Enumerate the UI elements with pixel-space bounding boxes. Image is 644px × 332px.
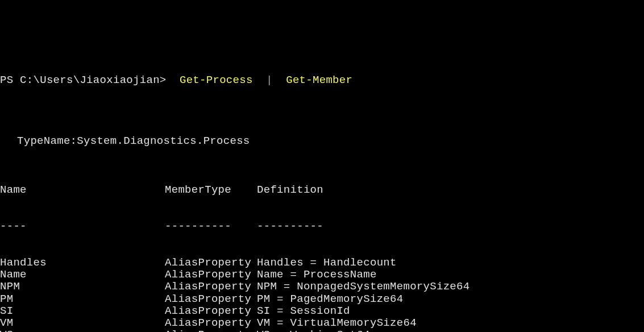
- member-definition: Name = ProcessName: [257, 269, 377, 281]
- divider-row: ------------------------: [0, 221, 644, 233]
- divider-membertype: ----------: [165, 221, 257, 233]
- header-definition: Definition: [257, 184, 323, 196]
- divider-name: ----: [0, 221, 165, 233]
- terminal-output[interactable]: PS C:\Users\Jiaoxiaojian> Get-Process | …: [0, 48, 644, 332]
- prompt-prefix: PS C:\Users\Jiaoxiaojian>: [0, 74, 173, 86]
- member-type: AliasProperty: [165, 293, 257, 305]
- member-name: Name: [0, 269, 165, 281]
- member-row: WSAliasPropertyWS = WorkingSet64: [0, 329, 644, 332]
- command-get-process: Get-Process: [173, 74, 259, 86]
- member-name: SI: [0, 305, 165, 317]
- member-name: WS: [0, 329, 165, 332]
- command-get-member: Get-Member: [279, 74, 352, 86]
- member-rows: HandlesAliasPropertyHandles = Handlecoun…: [0, 257, 644, 332]
- member-type: AliasProperty: [165, 281, 257, 293]
- member-type: AliasProperty: [165, 329, 257, 332]
- header-name: Name: [0, 184, 165, 196]
- member-type: AliasProperty: [165, 269, 257, 281]
- member-type: AliasProperty: [165, 317, 257, 329]
- member-row: HandlesAliasPropertyHandles = Handlecoun…: [0, 257, 644, 269]
- member-row: NameAliasPropertyName = ProcessName: [0, 269, 644, 281]
- member-name: Handles: [0, 257, 165, 269]
- member-definition: Handles = Handlecount: [257, 257, 397, 269]
- member-row: PMAliasPropertyPM = PagedMemorySize64: [0, 293, 644, 305]
- member-definition: VM = VirtualMemorySize64: [257, 317, 417, 329]
- member-definition: WS = WorkingSet64: [257, 329, 370, 332]
- member-definition: NPM = NonpagedSystemMemorySize64: [257, 281, 470, 293]
- member-row: VMAliasPropertyVM = VirtualMemorySize64: [0, 317, 644, 329]
- divider-definition: ----------: [257, 221, 323, 233]
- member-name: VM: [0, 317, 165, 329]
- member-row: SIAliasPropertySI = SessionId: [0, 305, 644, 317]
- member-row: NPMAliasPropertyNPM = NonpagedSystemMemo…: [0, 281, 644, 293]
- member-definition: PM = PagedMemorySize64: [257, 293, 403, 305]
- typename-line: TypeName:System.Diagnostics.Process: [0, 135, 644, 147]
- header-row: NameMemberTypeDefinition: [0, 184, 644, 196]
- member-type: AliasProperty: [165, 257, 257, 269]
- member-type: AliasProperty: [165, 305, 257, 317]
- header-membertype: MemberType: [165, 184, 257, 196]
- member-definition: SI = SessionId: [257, 305, 350, 317]
- prompt-line: PS C:\Users\Jiaoxiaojian> Get-Process | …: [0, 74, 644, 86]
- pipe-operator: |: [259, 74, 279, 86]
- member-name: NPM: [0, 281, 165, 293]
- member-name: PM: [0, 293, 165, 305]
